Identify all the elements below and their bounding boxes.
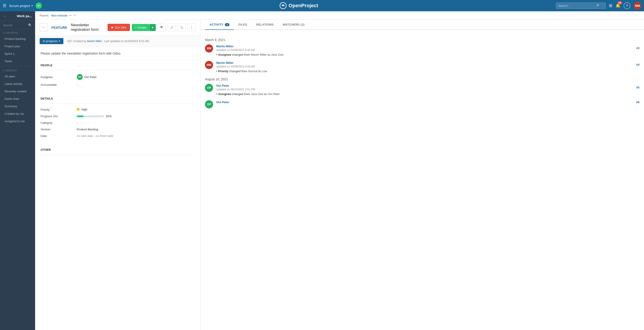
create-button[interactable]: + Create <box>132 24 150 31</box>
version-field: Version Product Backlog <box>40 128 195 131</box>
search-input[interactable] <box>558 4 595 7</box>
grid-icon[interactable]: ⊞ <box>609 3 612 8</box>
work-package-panel: ← FEATURE Newsletter registration form ■… <box>35 20 644 330</box>
sidebar-item-latest-activity[interactable]: Latest activity <box>0 80 35 88</box>
tab-files-label: FILES <box>238 23 247 26</box>
tab-files[interactable]: FILES <box>234 20 252 30</box>
tab-relations[interactable]: RELATIONS <box>252 20 278 30</box>
tab-watchers[interactable]: WATCHERS (3) <box>278 20 309 30</box>
activity-item-6: OP Ovi Peter #6 <box>205 100 640 108</box>
watch-button[interactable]: 👁 <box>158 23 166 31</box>
create-dropdown-button[interactable]: ▾ <box>150 24 156 31</box>
navbar-center: OpenProject <box>44 2 553 9</box>
category-label: Category <box>40 121 77 124</box>
more-button[interactable]: ⋮ <box>188 23 196 31</box>
wp-back-button[interactable]: ← <box>40 23 48 31</box>
activity-time-3: updated on 03/09/2021 9:30 AM <box>216 48 255 52</box>
menu-icon[interactable]: ☰ <box>3 3 6 8</box>
wp-actions: ■ 01h 19m + Create ▾ 👁 ⤢ <box>108 23 196 31</box>
version-value: Product Backlog <box>77 128 98 131</box>
activity-user-4: Martin Miller <box>216 61 234 64</box>
tab-activity[interactable]: ACTIVITY 2 <box>205 20 234 30</box>
activity-num-6[interactable]: #6 <box>636 100 640 104</box>
activity-header-4: Martin Miller updated on 03/09/2021 9:43… <box>216 61 640 68</box>
breadcrumb-parent-link[interactable]: New website <box>51 14 68 17</box>
timer-label: 01h 19m <box>115 26 126 29</box>
category-value: - <box>77 121 78 124</box>
meta-author-link[interactable]: Martin Miller <box>87 40 102 43</box>
activity-user-info-5: Ovi Peter updated on 08/10/2021 2:51 PM <box>216 84 255 91</box>
activity-date-august: August 10, 2021 <box>205 77 640 81</box>
assignee-field: Assignee OP Ovi Peter <box>40 74 195 80</box>
avatar-ovi-peter-5: OP <box>205 84 213 92</box>
add-button[interactable]: + <box>36 2 42 9</box>
sidebar: ← Work pa... 🔍 ▾ FAVORITE Product backlo… <box>0 11 35 330</box>
people-section-title: PEOPLE <box>40 64 195 67</box>
activity-user-3: Martin Miller <box>216 44 234 48</box>
assignee-avatar: OP <box>77 74 83 80</box>
user-avatar[interactable]: MM <box>634 2 641 9</box>
activity-body-4: Martin Miller updated on 03/09/2021 9:43… <box>216 61 640 73</box>
breadcrumb-parent-label: Parent: <box>40 14 49 17</box>
sidebar-item-created-by-me[interactable]: Created by me <box>0 110 35 117</box>
search-box[interactable]: 🔍 <box>556 2 606 9</box>
wp-meta: #22: Created by Martin Miller . Last upd… <box>67 40 150 43</box>
priority-text: High <box>81 108 88 111</box>
project-selector[interactable]: Scrum project ▾ <box>9 4 33 8</box>
wp-type: FEATURE <box>52 25 67 29</box>
breadcrumb-edit-icon[interactable]: ✏ <box>70 14 72 17</box>
sidebar-item-product-backlog[interactable]: Product backlog <box>0 35 35 42</box>
progress-label: Progress (%) <box>40 114 77 118</box>
notifications-button[interactable]: 🔔 59 <box>616 3 620 8</box>
sidebar-section-default-label: DEFAULT <box>6 69 17 72</box>
accountable-value: - <box>77 83 78 86</box>
sidebar-search[interactable]: 🔍 <box>0 21 35 29</box>
sidebar-back-button[interactable]: ← <box>3 14 7 18</box>
sidebar-item-summary[interactable]: Summary <box>0 102 35 110</box>
sidebar-item-recently-created[interactable]: Recently created <box>0 88 35 95</box>
sidebar-search-input[interactable] <box>3 23 26 27</box>
priority-field: Priority * High <box>40 107 195 111</box>
sidebar-item-project-plan[interactable]: Project plan <box>0 42 35 50</box>
activity-num-4[interactable]: #4 <box>636 63 640 66</box>
status-badge[interactable]: In progress ▾ <box>40 38 64 44</box>
sidebar-item-sprint1[interactable]: Sprint 1 <box>0 50 35 57</box>
accountable-field: Accountable - <box>40 83 195 86</box>
details-divider <box>40 103 195 104</box>
wp-description: Please update the newsletter registratio… <box>35 47 200 60</box>
activity-num-5[interactable]: #5 <box>636 86 640 89</box>
wp-status-bar: In progress ▾ #22: Created by Martin Mil… <box>35 35 200 47</box>
activity-change-3: • Assignee changed from Martin Miller to… <box>216 53 640 56</box>
progress-pct: 25% <box>106 114 112 118</box>
sidebar-section-default[interactable]: ▾ DEFAULT <box>0 67 35 73</box>
help-button[interactable]: ? <box>624 2 630 9</box>
assignee-value: OP Ovi Peter <box>77 74 97 80</box>
activity-num-3[interactable]: #3 <box>636 46 640 50</box>
assignee-label: Assignee <box>40 75 77 79</box>
meta-date: . Last updated on 01/20/2022 8:41 AM. <box>102 40 150 43</box>
fullscreen-button[interactable]: ⤡ <box>178 23 186 31</box>
description-text: Please update the newsletter registratio… <box>40 52 195 55</box>
sidebar-section-favorite[interactable]: ▾ FAVORITE <box>0 29 35 35</box>
sidebar-item-all-open[interactable]: All open <box>0 73 35 80</box>
activity-change-5: • Assignee changed from Jane Doe to Ovi … <box>216 92 640 96</box>
accountable-label: Accountable <box>40 83 77 86</box>
sidebar-item-gantt-chart[interactable]: Gantt chart <box>0 95 35 102</box>
breadcrumb-close-icon[interactable]: × <box>74 13 76 17</box>
logo: OpenProject <box>280 2 318 9</box>
status-label: In progress <box>43 39 58 43</box>
timer-button[interactable]: ■ 01h 19m <box>108 24 130 31</box>
assignee-name: Ovi Peter <box>84 75 97 79</box>
breadcrumb: Parent: New website ✏ × <box>35 11 644 20</box>
activity-body-6: Ovi Peter #6 <box>216 100 640 108</box>
activity-item-5: OP Ovi Peter updated on 08/10/2021 2:51 … <box>205 84 640 96</box>
fullscreen-icon: ⤡ <box>180 25 183 30</box>
details-section-title: DETAILS <box>40 97 195 100</box>
sidebar-item-assigned-to-me[interactable]: Assigned to me <box>0 117 35 125</box>
wp-title: Newsletter registration form <box>71 23 104 32</box>
sidebar-item-tasks[interactable]: Tasks <box>0 57 35 65</box>
navbar-right: 🔍 ⊞ 🔔 59 ? MM <box>556 2 641 9</box>
share-button[interactable]: ⤢ <box>168 23 176 31</box>
date-label: Date <box>40 134 77 138</box>
navbar: ☰ Scrum project ▾ + OpenProject 🔍 ⊞ 🔔 59… <box>0 0 644 11</box>
